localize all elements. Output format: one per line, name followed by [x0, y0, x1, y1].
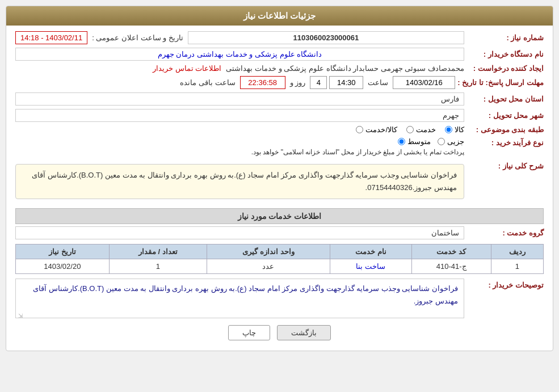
card-body: شماره نیاز : 1103060023000061 تاریخ و سا… [6, 26, 553, 351]
category-label-2: خدمت [416, 125, 436, 134]
process-label-1: جزیی [447, 137, 464, 146]
page-title: جزئیات اطلاعات نیاز [243, 11, 316, 20]
service-group-row: گروه خدمت : ساختمان [15, 226, 544, 239]
creator-label: ایجاد کننده درخواست : [464, 64, 544, 73]
services-section-title: اطلاعات خدمات مورد نیاز [15, 208, 544, 224]
buyer-notes-section: توصیحات خریدار : فراخوان شناسایی وجذب سر… [15, 279, 544, 318]
category-radio-1[interactable] [445, 126, 452, 133]
province-label: استان محل تحویل : [464, 95, 544, 103]
category-radio-3[interactable] [356, 126, 363, 133]
table-cell-unit: عدد [207, 259, 330, 274]
province-row: استان محل تحویل : فارس [15, 92, 544, 106]
countdown-val: 22:36:58 [240, 76, 285, 89]
buyer-label: نام دستگاه خریدار : [464, 50, 544, 58]
description-box: فراخوان شناسایی وجذب سرمایه گذارجهت واگذ… [15, 164, 464, 199]
need-number-val2: 1103060023000061 [188, 31, 464, 44]
category-label-1: کالا [455, 125, 464, 134]
table-cell-quantity: 1 [109, 259, 207, 274]
print-button[interactable]: چاپ [228, 325, 270, 340]
col-header-unit: واحد اندازه گیری [207, 245, 330, 259]
category-label-3: کالا/خدمت [365, 125, 397, 134]
process-note: پرداخت تمام یا بخشی از مبلغ خریدار از مح… [15, 148, 464, 156]
process-option-1[interactable]: جزیی [438, 137, 464, 146]
reply-date-row: مهلت ارسال پاسخ: تا تاریخ : 1403/02/16 س… [15, 76, 544, 89]
category-radio-group: کالا خدمت کالا/خدمت [356, 125, 464, 134]
reply-time-val: 14:30 [329, 76, 363, 89]
province-value: فارس [15, 92, 464, 106]
process-content: جزیی متوسط پرداخت تمام یا بخشی از مبلغ خ… [15, 137, 464, 156]
table-row: 1ج-41-410ساخت بناعدد11403/02/20 [16, 259, 544, 274]
service-group-label: گروه خدمت : [464, 229, 544, 237]
col-header-qty: تعداد / مقدار [109, 245, 207, 259]
process-option-2[interactable]: متوسط [398, 137, 431, 146]
creator-value: محمدصادف سبوئی جهرمی حسابدار دانشگاه علو… [15, 64, 464, 73]
buyer-notes-label: توصیحات خریدار : [464, 279, 544, 289]
page-wrapper: جزئیات اطلاعات نیاز شماره نیاز : 1103060… [0, 0, 559, 392]
col-header-name: نام خدمت [330, 245, 411, 259]
process-label-2: متوسط [407, 137, 431, 146]
process-radio-2[interactable] [398, 138, 405, 145]
col-header-row: ردیف [491, 245, 543, 259]
creator-contact-link[interactable]: اطلاعات تماس خریدار [153, 64, 221, 73]
buyer-value: دانشگاه علوم پزشکی و خدمات بهداشتی درمان… [15, 48, 464, 61]
category-row: طبقه بندی موضوعی : کالا خدمت کالا/خدمت [15, 125, 544, 134]
service-group-value: ساختمان [15, 226, 464, 239]
process-row: نوع فرآیند خرید : جزیی متوسط پرداخت تمام… [15, 137, 544, 156]
reply-days-val: 4 [310, 76, 327, 89]
main-card: جزئیات اطلاعات نیاز شماره نیاز : 1103060… [6, 6, 553, 351]
reply-time-label: ساعت [365, 78, 390, 87]
table-cell-name: ساخت بنا [330, 259, 411, 274]
table-cell-code: ج-41-410 [411, 259, 491, 274]
table-header-row: ردیف کد خدمت نام خدمت واحد اندازه گیری ت… [16, 245, 544, 259]
category-option-2[interactable]: خدمت [406, 125, 436, 134]
need-num-label2: شماره نیاز : [464, 33, 544, 42]
buyer-notes-box: فراخوان شناسایی وجذب سرمایه گذارجهت واگذ… [15, 279, 464, 318]
resize-handle-icon[interactable]: ⇲ [17, 311, 23, 317]
description-label: شرح کلی نیاز : [464, 162, 544, 170]
city-value: جهرم [15, 109, 464, 122]
back-button[interactable]: بازگشت [277, 325, 331, 340]
card-header: جزئیات اطلاعات نیاز [6, 6, 553, 26]
footer-buttons: بازگشت چاپ [15, 325, 544, 340]
category-radio-2[interactable] [406, 126, 414, 133]
announce-date-lbl: تاریخ و ساعت اعلان عمومی : [92, 33, 183, 42]
process-radio-group: جزیی متوسط [15, 137, 464, 146]
category-option-1[interactable]: کالا [445, 125, 464, 134]
days-label: روز و [288, 78, 308, 87]
city-row: شهر محل تحویل : جهرم [15, 109, 544, 122]
city-label: شهر محل تحویل : [464, 111, 544, 120]
announce-date-val: 1403/02/11 - 14:18 [15, 31, 87, 44]
buyer-row: نام دستگاه خریدار : دانشگاه علوم پزشکی و… [15, 48, 544, 61]
reply-date-val: 1403/02/16 [393, 76, 455, 89]
countdown-suffix: ساعت باقی مانده [178, 78, 237, 87]
creator-row: ایجاد کننده درخواست : محمدصادف سبوئی جهر… [15, 64, 544, 73]
table-cell-date: 1403/02/20 [16, 259, 110, 274]
buyer-notes-text: فراخوان شناسایی وجذب سرمایه گذارجهت واگذ… [33, 284, 458, 305]
col-header-code: کد خدمت [411, 245, 491, 259]
services-table: ردیف کد خدمت نام خدمت واحد اندازه گیری ت… [15, 244, 544, 274]
creator-name: محمدصادف سبوئی جهرمی حسابدار دانشگاه علو… [226, 64, 464, 73]
process-radio-1[interactable] [438, 138, 445, 145]
category-option-3[interactable]: کالا/خدمت [356, 125, 397, 134]
process-label: نوع فرآیند خرید : [464, 137, 544, 147]
reply-date-label: مهلت ارسال پاسخ: تا تاریخ : [457, 78, 544, 87]
table-cell-row: 1 [491, 259, 543, 274]
col-header-date: تاریخ نیاز [16, 245, 110, 259]
category-label: طبقه بندی موضوعی : [464, 125, 544, 134]
